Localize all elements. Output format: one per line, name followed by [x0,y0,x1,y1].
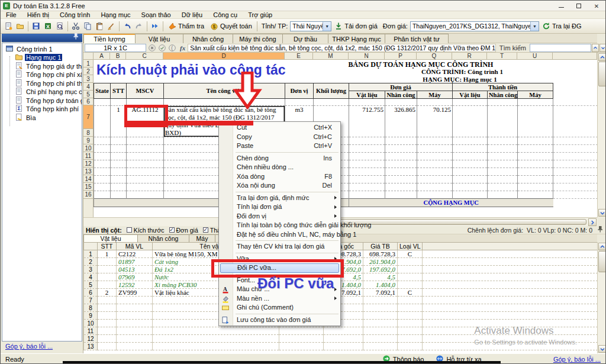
vl-cell-gia_tb[interactable]: 197.692,0 [363,266,398,273]
vl-row-number[interactable]: 2 [84,258,98,266]
vl-cell-stt[interactable]: 2 [98,289,117,297]
context-menu-item-2[interactable]: PasteCtrl+V [219,141,340,151]
menu-item-2[interactable]: Công trình [54,11,95,19]
grid-cell[interactable] [127,183,164,191]
vl-cell-loai[interactable] [398,327,423,335]
column-letter-B[interactable]: B [110,53,126,60]
menu-item-7[interactable]: Trợ giúp [243,11,278,19]
vl-cell-gia_tb[interactable] [363,297,398,304]
vl-cell-ten[interactable] [153,327,279,335]
grid-cell[interactable] [127,145,164,153]
column-letter-P[interactable]: P [385,53,417,60]
grid-cell[interactable] [453,137,488,145]
minimize-button[interactable] [552,1,570,11]
grid-cell[interactable] [127,176,164,183]
column-letter-R[interactable]: R [452,53,487,60]
tree-root-project[interactable]: Công trình 1 [5,45,54,53]
vl-cell-loai[interactable] [398,343,423,350]
column-letter-Q[interactable]: Q [417,53,452,60]
vl-cell-gia_tb[interactable] [363,304,398,312]
vl-cell-ma[interactable]: C2122 [117,250,153,258]
vl-cell-loai[interactable] [398,304,423,312]
grid-cell[interactable] [417,191,453,199]
excel-export-icon[interactable]: X [42,20,54,32]
vl-cell-loai[interactable] [398,266,423,273]
vl-cell-ten[interactable] [153,343,279,350]
grid-cell[interactable] [518,99,553,106]
grid-cell[interactable] [417,99,453,106]
close-button[interactable]: ✕ [588,1,605,11]
grid-cell[interactable] [349,145,385,153]
grid-cell[interactable] [518,168,553,176]
grid-cell[interactable] [453,183,488,191]
grid-cell[interactable] [488,160,518,168]
tra-lai-dg-button[interactable]: Tra lại ĐG [539,20,585,32]
column-toggle-1[interactable]: ✓Đơn giá [165,227,198,234]
grid-cell[interactable] [417,176,453,183]
data-cell-empty[interactable] [453,106,488,137]
vl-cell-ma[interactable]: 01897 [117,258,153,266]
grid-cell[interactable] [453,99,488,106]
grid-cell[interactable] [349,191,385,199]
grid-cell[interactable] [385,160,417,168]
sidebar-feedback-link[interactable]: Góp ý, báo lỗi ... [5,343,53,350]
vl-row-number[interactable]: 7 [84,297,98,304]
vl-row-number[interactable]: 5 [84,281,98,289]
grid-cell[interactable] [94,99,111,106]
grid-cell[interactable] [385,176,417,183]
checkbox-icon[interactable]: ✓ [169,227,175,233]
tai-don-gia-button[interactable]: Tải đơn giá [331,20,381,32]
row-number-11[interactable]: 11 [83,152,94,160]
copy-icon[interactable] [82,20,94,32]
context-menu-item-5[interactable]: Chèn nhiều dòng ... [219,163,340,172]
pin-icon[interactable] [72,33,80,43]
vl-row-number[interactable]: 3 [84,266,98,273]
grid-cell[interactable] [385,153,417,160]
grid-cell[interactable] [111,191,127,199]
scroll-down-icon[interactable] [598,345,606,353]
vl-cell-stt[interactable] [98,266,117,273]
column-letter-E[interactable]: E [285,53,313,60]
grid-cell[interactable] [417,137,453,145]
context-menu-item-11[interactable]: Đổi đơn vị [219,212,340,221]
vl-cell-gia_tb[interactable] [363,343,398,350]
menu-item-0[interactable]: File [1,11,22,19]
vl-cell-ma[interactable]: 12592 [117,281,153,289]
context-menu-item-23[interactable]: Ghi chú (Comment) [219,303,340,313]
vl-cell-ma[interactable]: ZV999 [117,289,153,297]
row-number-3[interactable]: 3 [83,75,94,83]
vl-cell-gia_tb[interactable]: 4,5 [363,273,398,281]
grid-cell[interactable] [488,176,518,183]
vl-cell-loai[interactable]: C [398,289,423,297]
confirm-entry-icon[interactable] [158,44,166,52]
grid-cell[interactable] [518,137,553,145]
vl-cell-stt[interactable]: 1 [98,250,117,258]
grid-cell[interactable] [385,191,417,199]
grid-cell[interactable] [349,168,385,176]
grid-cell[interactable] [417,183,453,191]
menu-item-1[interactable]: Hiển thị [22,11,54,19]
vl-cell-gia_tb[interactable]: 7.092,1 [363,289,398,297]
vl-cell-stt[interactable] [98,312,117,320]
quyet-toan-button[interactable]: $Quyết toán [207,20,255,32]
clean-broom-icon[interactable] [105,20,117,32]
grid-cell[interactable] [453,153,488,160]
grid-cell[interactable] [385,137,417,145]
grid-cell[interactable] [488,145,518,153]
row-number-5[interactable]: 5 [83,91,94,98]
row-number-8[interactable]: 8 [83,129,94,137]
vl-cell-ma[interactable]: 07969 [117,273,153,281]
context-menu-item-1[interactable]: CopyCtrl+C [219,133,340,142]
grid-cell[interactable] [417,145,453,153]
vl-cell-stt[interactable] [98,258,117,266]
grid-cell[interactable] [417,160,453,168]
vl-cell-empty[interactable] [279,327,324,335]
grid-cell[interactable] [488,191,518,199]
vl-cell-gia_goc[interactable] [324,335,363,343]
new-file-icon[interactable] [2,20,14,32]
row-number-4[interactable]: 4 [83,83,94,91]
context-menu-item-10[interactable]: Tính lại đơn giá [219,202,340,212]
grid-cell[interactable] [111,137,127,145]
vl-cell-ma[interactable] [117,327,153,335]
formula-text[interactable]: Sản xuất cấu kiện bê tông đúc sẵn, bê tô… [188,44,496,52]
